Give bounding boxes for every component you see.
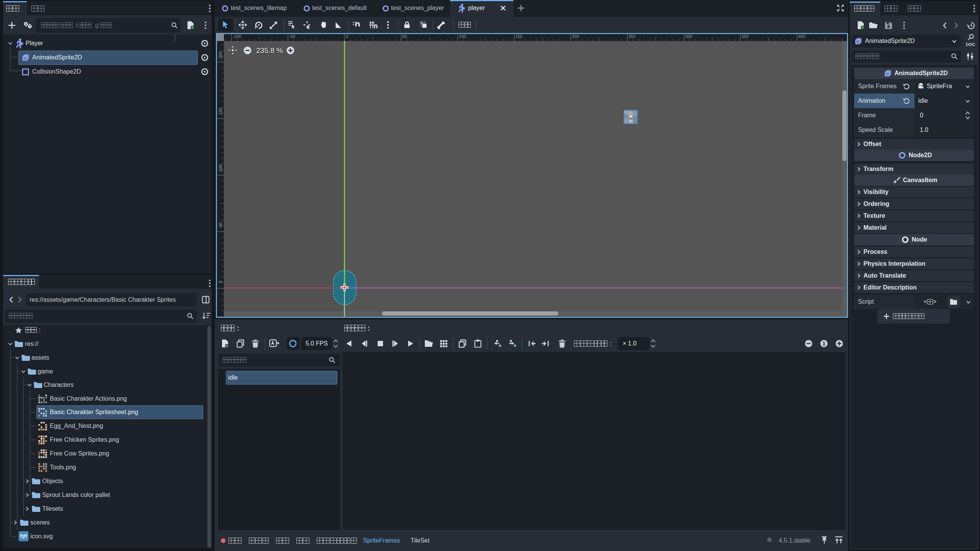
svg-text:1: 1 xyxy=(822,340,825,347)
svg-text:DOC: DOC xyxy=(966,42,975,47)
